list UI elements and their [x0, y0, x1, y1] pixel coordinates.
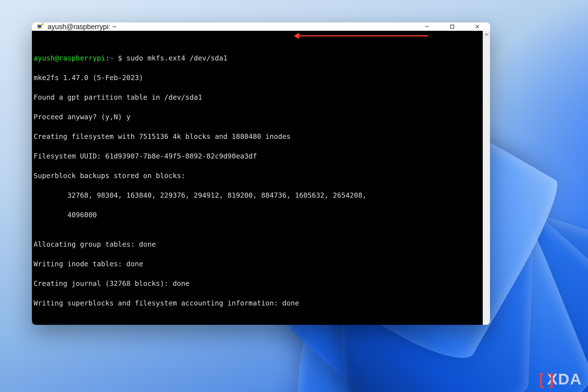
output-line: Found a gpt partition table in /dev/sda1 — [34, 92, 481, 102]
svg-rect-4 — [451, 25, 454, 28]
output-line: Superblock backups stored on blocks: — [34, 171, 481, 181]
close-button[interactable] — [465, 22, 490, 31]
output-line: Creating filesystem with 7515136 4k bloc… — [34, 132, 481, 141]
output-line: 4096000 — [34, 210, 481, 220]
titlebar[interactable]: ayush@raspberrypi: ~ — [32, 22, 490, 31]
output-line: Writing inode tables: done — [34, 259, 481, 269]
svg-rect-1 — [38, 25, 41, 27]
output-line: mke2fs 1.47.0 (5-Feb-2023) — [34, 73, 481, 83]
watermark-bracket-right: ] — [549, 370, 554, 388]
terminal-window: ayush@raspberrypi: ~ ayush@raspberrypi:~… — [32, 22, 490, 325]
watermark-bracket-left: [ — [539, 370, 545, 388]
prompt-userhost: ayush@raspberrypi — [34, 54, 105, 62]
scroll-up-icon[interactable] — [483, 31, 490, 38]
output-line: Allocating group tables: done — [34, 239, 481, 249]
maximize-button[interactable] — [440, 22, 465, 31]
annotation-arrow — [294, 34, 428, 37]
prompt-line: ayush@raspberrypi:~ $ sudo mkfs.ext4 /de… — [34, 53, 481, 63]
output-line: Creating journal (32768 blocks): done — [34, 279, 481, 288]
prompt-dollar: $ — [114, 54, 126, 62]
terminal-output[interactable]: ayush@raspberrypi:~ $ sudo mkfs.ext4 /de… — [32, 31, 483, 325]
output-line: 32768, 98304, 163840, 229376, 294912, 81… — [34, 190, 481, 200]
prompt-colon: : — [105, 54, 109, 62]
vertical-scrollbar[interactable] — [483, 31, 490, 325]
minimize-button[interactable] — [414, 22, 440, 31]
xda-watermark: [XDA ] — [539, 370, 584, 388]
output-line: Proceed anyway? (y,N) y — [34, 112, 481, 122]
output-line: Filesystem UUID: 61d93907-7b8e-49f5-8892… — [34, 151, 481, 161]
prompt-path: ~ — [109, 54, 114, 62]
output-line: Writing superblocks and filesystem accou… — [34, 298, 481, 308]
window-controls — [414, 22, 490, 31]
window-title: ayush@raspberrypi: ~ — [48, 23, 116, 31]
putty-icon — [36, 22, 45, 31]
command-text: sudo mkfs.ext4 /dev/sda1 — [126, 54, 227, 62]
client-area: ayush@raspberrypi:~ $ sudo mkfs.ext4 /de… — [32, 31, 490, 325]
